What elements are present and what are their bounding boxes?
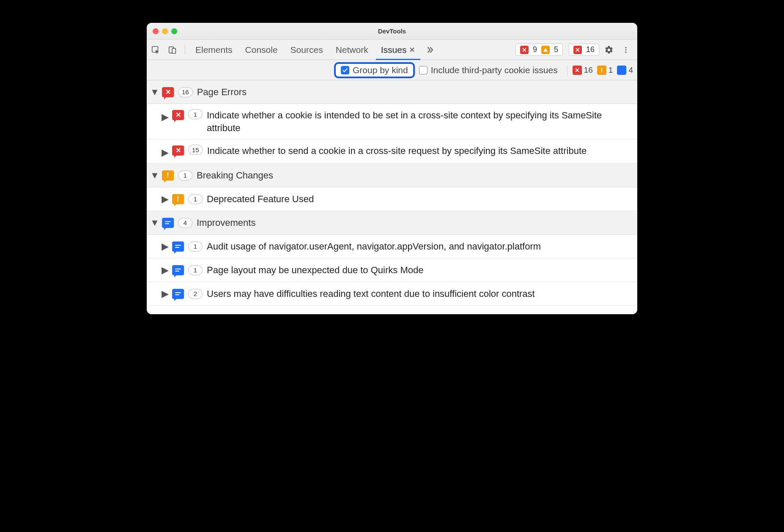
issue-title: Users may have difficulties reading text… [207,288,632,300]
info-speech-icon [172,289,184,299]
tab-label: Network [336,45,368,55]
issue-title: Audit usage of navigator.userAgent, navi… [207,240,632,253]
issue-row[interactable]: ▶ ✕ 15 Indicate whether to send a cookie… [147,140,637,164]
info-icon [617,66,626,75]
tab-label: Issues [381,45,407,55]
stat-value: 16 [584,66,593,75]
group-count: 4 [178,218,192,228]
disclosure-triangle-icon: ▶ [162,147,168,158]
warning-icon [541,46,550,54]
close-tab-icon[interactable]: ✕ [409,45,415,55]
error-speech-icon: ✕ [172,110,184,120]
warning-speech-icon: ! [172,194,184,204]
tab-elements[interactable]: Elements [190,40,238,60]
include-thirdparty-checkbox[interactable]: Include third-party cookie issues [415,63,562,77]
checkbox-icon [341,66,349,74]
info-stat[interactable]: 4 [617,66,633,75]
disclosure-triangle-icon: ▶ [162,288,168,299]
disclosure-triangle-icon: ▶ [162,241,168,252]
checkbox-icon [419,66,428,74]
warning-count: 5 [554,45,558,54]
disclosure-triangle-icon: ▼ [152,87,158,98]
window-titlebar: DevTools [147,23,637,40]
group-count: 1 [178,170,192,181]
disclosure-triangle-icon: ▶ [162,194,168,205]
tab-label: Console [245,45,278,55]
bottom-spacer [147,306,637,314]
info-speech-icon [172,265,184,275]
separator [567,65,567,75]
issue-count: 1 [188,241,203,252]
error-icon: ✕ [573,46,582,54]
checkbox-label: Include third-party cookie issues [431,65,558,75]
disclosure-triangle-icon: ▼ [152,170,158,181]
svg-point-3 [625,47,627,48]
issue-count: 15 [188,145,203,155]
stat-value: 1 [609,66,613,75]
error-icon: ✕ [573,66,582,75]
issues-status-pill[interactable]: ✕ 16 [569,44,599,56]
issue-row[interactable]: ▶ 1 Audit usage of navigator.userAgent, … [147,235,637,258]
group-page-errors[interactable]: ▼ ✕ 16 Page Errors [147,80,637,104]
window-traffic-lights [153,28,177,34]
errors-stat[interactable]: ✕ 16 [573,66,593,75]
tab-console[interactable]: Console [240,40,283,60]
window-zoom-button[interactable] [171,28,177,34]
issue-kind-counts: ✕ 16 ! 1 4 [573,66,636,75]
issue-row[interactable]: ▶ 1 Page layout may be unexpected due to… [147,258,637,282]
warning-icon: ! [597,66,606,75]
svg-point-5 [625,51,627,52]
issues-list: ▼ ✕ 16 Page Errors ▶ ✕ 1 Indicate whethe… [147,80,637,314]
issue-row[interactable]: ▶ ✕ 1 Indicate whether a cookie is inten… [147,104,637,140]
tab-label: Elements [195,45,233,55]
error-count: 9 [533,45,537,54]
error-speech-icon: ✕ [162,87,174,97]
tab-issues[interactable]: Issues ✕ [376,40,421,60]
error-icon: ✕ [520,46,529,54]
more-options-button[interactable] [619,45,633,55]
separator [185,45,185,55]
issue-count: 2 [188,289,203,299]
issue-row[interactable]: ▶ ! 1 Deprecated Feature Used [147,187,637,211]
svg-point-4 [625,49,627,50]
stat-value: 4 [628,66,633,75]
disclosure-triangle-icon: ▼ [152,217,158,228]
window-minimize-button[interactable] [162,28,168,34]
devtools-window: DevTools Elements Console Sources Networ… [147,23,637,314]
group-by-kind-checkbox[interactable]: Group by kind [334,62,415,78]
issue-count: 1 [188,109,203,119]
issue-title: Indicate whether to send a cookie in a c… [207,145,632,157]
window-close-button[interactable] [153,28,159,34]
issue-row[interactable]: ▶ 2 Users may have difficulties reading … [147,282,637,306]
issues-toolbar: Group by kind Include third-party cookie… [147,60,637,80]
tab-sources[interactable]: Sources [285,40,328,60]
warning-speech-icon: ! [162,170,174,181]
toggle-device-toolbar-button[interactable] [165,43,180,57]
info-speech-icon [162,218,174,228]
more-tabs-button[interactable] [423,43,437,57]
group-label: Page Errors [197,87,247,98]
console-status-pill[interactable]: ✕ 9 5 [515,44,563,56]
issue-title: Indicate whether a cookie is intended to… [207,109,632,134]
issue-count: 1 [188,194,203,204]
tab-label: Sources [291,45,323,55]
disclosure-triangle-icon: ▶ [162,265,168,276]
svg-rect-2 [172,48,175,53]
inspect-element-button[interactable] [148,43,163,57]
error-speech-icon: ✕ [172,145,184,156]
devtools-tabbar: Elements Console Sources Network Issues … [147,40,637,60]
issue-title: Deprecated Feature Used [207,193,632,206]
settings-button[interactable] [602,45,616,55]
group-count: 16 [178,87,193,97]
tab-network[interactable]: Network [331,40,373,60]
disclosure-triangle-icon: ▶ [162,112,168,123]
group-improvements[interactable]: ▼ 4 Improvements [147,211,637,235]
issue-count: 16 [586,45,595,54]
group-label: Improvements [197,217,255,228]
warnings-stat[interactable]: ! 1 [597,66,613,75]
info-speech-icon [172,241,184,252]
group-breaking-changes[interactable]: ▼ ! 1 Breaking Changes [147,164,637,187]
checkbox-label: Group by kind [353,65,408,75]
window-title: DevTools [378,27,406,35]
issue-title: Page layout may be unexpected due to Qui… [207,264,632,277]
